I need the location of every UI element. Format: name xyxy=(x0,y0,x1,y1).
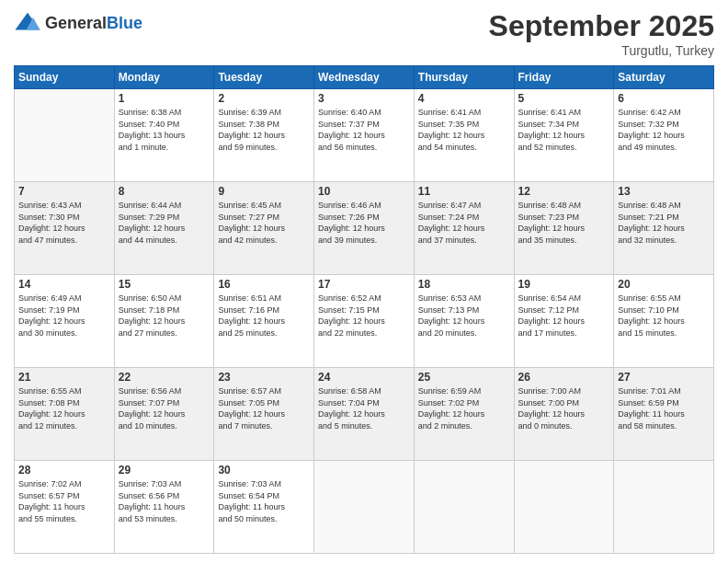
calendar-day-header: Wednesday xyxy=(314,66,415,89)
day-info: Sunrise: 6:46 AMSunset: 7:26 PMDaylight:… xyxy=(318,200,410,246)
day-number: 9 xyxy=(218,185,310,198)
day-number: 10 xyxy=(318,185,410,198)
day-number: 19 xyxy=(518,278,610,291)
calendar-cell: 29Sunrise: 7:03 AMSunset: 6:56 PMDayligh… xyxy=(114,461,214,554)
calendar-cell: 11Sunrise: 6:47 AMSunset: 7:24 PMDayligh… xyxy=(414,182,514,275)
day-number: 29 xyxy=(119,464,210,477)
calendar-day-header: Saturday xyxy=(614,66,714,89)
day-info: Sunrise: 7:01 AMSunset: 6:59 PMDaylight:… xyxy=(618,385,710,431)
day-number: 17 xyxy=(318,278,410,291)
day-info: Sunrise: 6:40 AMSunset: 7:37 PMDaylight:… xyxy=(318,107,410,153)
logo-icon xyxy=(14,9,41,37)
calendar-week-row: 7Sunrise: 6:43 AMSunset: 7:30 PMDaylight… xyxy=(15,182,714,275)
day-info: Sunrise: 6:41 AMSunset: 7:35 PMDaylight:… xyxy=(418,107,510,153)
title-area: September 2025 Turgutlu, Turkey xyxy=(489,9,714,58)
day-info: Sunrise: 6:55 AMSunset: 7:08 PMDaylight:… xyxy=(18,385,110,431)
day-info: Sunrise: 6:58 AMSunset: 7:04 PMDaylight:… xyxy=(318,385,410,431)
day-number: 15 xyxy=(119,278,210,291)
day-number: 22 xyxy=(119,371,210,384)
day-number: 7 xyxy=(18,185,110,198)
day-info: Sunrise: 6:53 AMSunset: 7:13 PMDaylight:… xyxy=(418,293,510,339)
calendar-cell: 12Sunrise: 6:48 AMSunset: 7:23 PMDayligh… xyxy=(514,182,614,275)
calendar-cell xyxy=(15,89,115,182)
logo-general: General xyxy=(45,14,107,32)
day-info: Sunrise: 6:59 AMSunset: 7:02 PMDaylight:… xyxy=(418,385,510,431)
day-info: Sunrise: 6:43 AMSunset: 7:30 PMDaylight:… xyxy=(18,200,110,246)
calendar-cell: 2Sunrise: 6:39 AMSunset: 7:38 PMDaylight… xyxy=(214,89,314,182)
calendar-cell: 10Sunrise: 6:46 AMSunset: 7:26 PMDayligh… xyxy=(314,182,415,275)
subtitle: Turgutlu, Turkey xyxy=(489,43,714,58)
calendar-cell: 13Sunrise: 6:48 AMSunset: 7:21 PMDayligh… xyxy=(614,182,714,275)
calendar-cell: 20Sunrise: 6:55 AMSunset: 7:10 PMDayligh… xyxy=(614,275,714,368)
day-number: 28 xyxy=(18,464,110,477)
calendar-cell: 23Sunrise: 6:57 AMSunset: 7:05 PMDayligh… xyxy=(214,368,314,461)
calendar-week-row: 1Sunrise: 6:38 AMSunset: 7:40 PMDaylight… xyxy=(15,89,714,182)
day-number: 25 xyxy=(418,371,510,384)
day-number: 12 xyxy=(518,185,610,198)
day-number: 18 xyxy=(418,278,510,291)
day-info: Sunrise: 7:02 AMSunset: 6:57 PMDaylight:… xyxy=(18,478,110,524)
day-number: 24 xyxy=(318,371,410,384)
day-info: Sunrise: 7:03 AMSunset: 6:54 PMDaylight:… xyxy=(218,478,310,524)
calendar-cell: 26Sunrise: 7:00 AMSunset: 7:00 PMDayligh… xyxy=(514,368,614,461)
calendar-cell: 30Sunrise: 7:03 AMSunset: 6:54 PMDayligh… xyxy=(214,461,314,554)
month-title: September 2025 xyxy=(489,9,714,43)
calendar-cell: 28Sunrise: 7:02 AMSunset: 6:57 PMDayligh… xyxy=(15,461,115,554)
day-number: 20 xyxy=(618,278,710,291)
calendar-cell: 15Sunrise: 6:50 AMSunset: 7:18 PMDayligh… xyxy=(114,275,214,368)
calendar-day-header: Thursday xyxy=(414,66,514,89)
calendar-cell: 22Sunrise: 6:56 AMSunset: 7:07 PMDayligh… xyxy=(114,368,214,461)
calendar-cell: 6Sunrise: 6:42 AMSunset: 7:32 PMDaylight… xyxy=(614,89,714,182)
calendar-cell: 17Sunrise: 6:52 AMSunset: 7:15 PMDayligh… xyxy=(314,275,415,368)
calendar-day-header: Monday xyxy=(114,66,214,89)
calendar-cell: 8Sunrise: 6:44 AMSunset: 7:29 PMDaylight… xyxy=(114,182,214,275)
calendar-cell: 21Sunrise: 6:55 AMSunset: 7:08 PMDayligh… xyxy=(15,368,115,461)
day-number: 13 xyxy=(618,185,710,198)
day-info: Sunrise: 6:52 AMSunset: 7:15 PMDaylight:… xyxy=(318,293,410,339)
calendar-cell: 18Sunrise: 6:53 AMSunset: 7:13 PMDayligh… xyxy=(414,275,514,368)
day-info: Sunrise: 6:50 AMSunset: 7:18 PMDaylight:… xyxy=(119,293,210,339)
calendar-day-header: Sunday xyxy=(15,66,115,89)
calendar-week-row: 28Sunrise: 7:02 AMSunset: 6:57 PMDayligh… xyxy=(15,461,714,554)
calendar-header-row: SundayMondayTuesdayWednesdayThursdayFrid… xyxy=(15,66,714,89)
day-number: 2 xyxy=(218,92,310,105)
calendar-cell: 4Sunrise: 6:41 AMSunset: 7:35 PMDaylight… xyxy=(414,89,514,182)
day-info: Sunrise: 6:41 AMSunset: 7:34 PMDaylight:… xyxy=(518,107,610,153)
calendar-cell xyxy=(514,461,614,554)
calendar-table: SundayMondayTuesdayWednesdayThursdayFrid… xyxy=(14,65,714,554)
day-number: 23 xyxy=(218,371,310,384)
calendar-cell xyxy=(314,461,415,554)
day-number: 4 xyxy=(418,92,510,105)
calendar-cell xyxy=(614,461,714,554)
page: GeneralBlue September 2025 Turgutlu, Tur… xyxy=(0,0,728,563)
day-number: 27 xyxy=(618,371,710,384)
calendar-cell: 14Sunrise: 6:49 AMSunset: 7:19 PMDayligh… xyxy=(15,275,115,368)
calendar-cell: 25Sunrise: 6:59 AMSunset: 7:02 PMDayligh… xyxy=(414,368,514,461)
day-number: 3 xyxy=(318,92,410,105)
day-number: 11 xyxy=(418,185,510,198)
calendar-cell: 1Sunrise: 6:38 AMSunset: 7:40 PMDaylight… xyxy=(114,89,214,182)
day-number: 5 xyxy=(518,92,610,105)
calendar-cell: 7Sunrise: 6:43 AMSunset: 7:30 PMDaylight… xyxy=(15,182,115,275)
logo-blue: Blue xyxy=(107,14,142,32)
day-info: Sunrise: 7:00 AMSunset: 7:00 PMDaylight:… xyxy=(518,385,610,431)
day-info: Sunrise: 6:56 AMSunset: 7:07 PMDaylight:… xyxy=(119,385,210,431)
header: GeneralBlue September 2025 Turgutlu, Tur… xyxy=(14,9,714,58)
calendar-cell xyxy=(414,461,514,554)
day-number: 16 xyxy=(218,278,310,291)
calendar-cell: 24Sunrise: 6:58 AMSunset: 7:04 PMDayligh… xyxy=(314,368,415,461)
day-info: Sunrise: 7:03 AMSunset: 6:56 PMDaylight:… xyxy=(119,478,210,524)
logo-text: GeneralBlue xyxy=(45,14,142,33)
calendar-day-header: Friday xyxy=(514,66,614,89)
calendar-day-header: Tuesday xyxy=(214,66,314,89)
day-info: Sunrise: 6:55 AMSunset: 7:10 PMDaylight:… xyxy=(618,293,710,339)
day-number: 1 xyxy=(119,92,210,105)
day-info: Sunrise: 6:44 AMSunset: 7:29 PMDaylight:… xyxy=(119,200,210,246)
day-info: Sunrise: 6:57 AMSunset: 7:05 PMDaylight:… xyxy=(218,385,310,431)
day-info: Sunrise: 6:54 AMSunset: 7:12 PMDaylight:… xyxy=(518,293,610,339)
calendar-week-row: 14Sunrise: 6:49 AMSunset: 7:19 PMDayligh… xyxy=(15,275,714,368)
day-info: Sunrise: 6:42 AMSunset: 7:32 PMDaylight:… xyxy=(618,107,710,153)
day-number: 6 xyxy=(618,92,710,105)
calendar-week-row: 21Sunrise: 6:55 AMSunset: 7:08 PMDayligh… xyxy=(15,368,714,461)
calendar-cell: 16Sunrise: 6:51 AMSunset: 7:16 PMDayligh… xyxy=(214,275,314,368)
